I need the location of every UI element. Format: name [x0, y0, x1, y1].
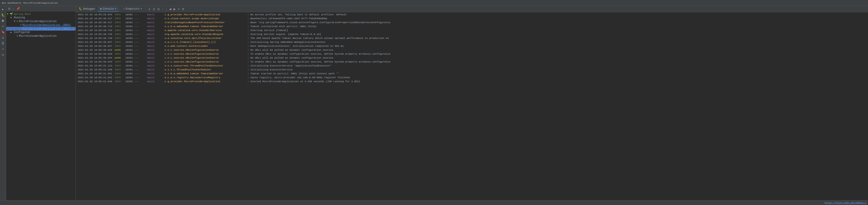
console-area: 🐛 Debugger ▶ Console ▾ | ⚡ Endpoints ▾ |… [76, 6, 868, 200]
log-line: 2021-01-29 16:05:30.417 INFO 18391 --- m… [76, 17, 868, 21]
log-msg: : BeanFactory id=83ae82f6-c86e-3367-b777… [247, 17, 327, 21]
settings2-button[interactable]: ⚙ [181, 7, 185, 11]
log-line: 2021-01-29 16:05:30.928 WARN 18391 --- m… [76, 48, 868, 52]
prev-button[interactable]: ◀ [168, 7, 172, 11]
log-level: INFO [115, 24, 124, 28]
wrap-button[interactable]: ≡ [177, 7, 180, 11]
log-logger: o.s.s.c.ThreadPoolTaskScheduler [164, 68, 247, 72]
tree-port9003[interactable]: ⚙ MicroProviderApplication :9003/ [6, 23, 75, 27]
log-line: 2021-01-29 16:05:31.113 INFO 18391 --- m… [76, 64, 868, 68]
log-msg: : Starting service [Tomcat] [247, 28, 288, 32]
log-thread: main] [147, 60, 164, 64]
log-pid: 18391 --- [125, 64, 147, 68]
log-msg: : Root WebApplicationContext: initializa… [247, 44, 344, 48]
log-msg: : No URLs will be polled as dynamic conf… [247, 48, 335, 52]
next-button[interactable]: ▶ [173, 7, 176, 11]
log-timestamp: 2021-01-29 16:05:30.734 [78, 28, 115, 32]
status-link[interactable]: https://blog.csdn.net/m0qqs_1 [825, 202, 866, 204]
log-timestamp: 2021-01-29 16:05:31.551 [78, 72, 115, 76]
tree-microconsumer-label: MicroConsumerApplication [19, 34, 57, 37]
tree-arrow: ▼ [7, 13, 9, 15]
log-thread: main] [147, 68, 164, 72]
log-line: 2021-01-29 16:05:30.740 INFO 18391 --- m… [76, 36, 868, 40]
tree-running-arrow: ▼ [10, 17, 13, 19]
log-level: INFO [115, 44, 124, 48]
log-level: INFO [115, 60, 124, 64]
log-logger: o.s.b.w.embedded.tomcat.TomcatWebServer [164, 72, 247, 76]
log-msg: : Started MicroProviderApplication in 3.… [247, 80, 360, 83]
clear-button[interactable]: ⊘ [152, 7, 156, 11]
log-msg: : No active profile set, falling back to… [247, 13, 347, 17]
tab-console[interactable]: ▶ Console ▾ [98, 6, 119, 12]
log-msg: : Initializing Spring embedded WebApplic… [247, 40, 326, 44]
microprovider-icon: ⚙ [17, 20, 18, 23]
log-pid: 18391 --- [125, 40, 147, 44]
log-level: INFO [115, 17, 124, 21]
services-icon[interactable]: ≡ [1, 24, 5, 29]
log-level: INFO [115, 64, 124, 68]
sort-button[interactable]: ↕ [12, 7, 15, 10]
log-line: 2021-01-29 16:05:30.713 INFO 18391 --- m… [76, 24, 868, 28]
log-area[interactable]: 2021-01-29 16:05:29.844 INFO 18391 --- m… [76, 12, 868, 200]
log-line: 2021-01-29 16:05:30.847 INFO 18391 --- m… [76, 44, 868, 48]
tab-endpoints[interactable]: ⚡ Endpoints ▾ [121, 6, 144, 12]
log-line: 2021-01-29 16:05:31.842 INFO 18391 --- m… [76, 76, 868, 80]
log-thread: main] [147, 28, 164, 32]
log-level: WARN [115, 48, 124, 52]
log-timestamp: 2021-01-29 16:05:31.846 [78, 80, 115, 83]
log-msg: : Starting Servlet engine: [Apache Tomca… [247, 32, 321, 36]
log-logger: c.g.provider.MicroProviderApplication [164, 80, 247, 83]
tree-9001-label[interactable]: MicroProviderApplication :9001/ ✏ [23, 27, 74, 30]
filter-log-button[interactable]: ⊟ [157, 7, 160, 11]
log-logger: c.n.c.sources.URLConfigurationSource [164, 48, 247, 52]
log-level: INFO [115, 32, 124, 36]
run-icon[interactable]: ▶ [1, 7, 5, 12]
tree-springboot-label: Spring Boot [14, 13, 31, 16]
bookmark-icon[interactable]: 🔖 [1, 30, 5, 34]
log-timestamp: 2021-01-29 16:05:31.842 [78, 76, 115, 80]
database-icon[interactable]: 🗄 [1, 41, 5, 46]
log-level: INFO [115, 80, 124, 83]
log-timestamp: 2021-01-29 16:05:29.844 [78, 13, 115, 17]
log-msg: : Initializing ExecutorService [247, 68, 292, 72]
pin-button[interactable]: 📌 [16, 7, 21, 10]
tab-debugger[interactable]: 🐛 Debugger [77, 6, 98, 12]
log-level: INFO [115, 13, 124, 17]
tree-microconsumer[interactable]: ⚙ MicroConsumerApplication [6, 34, 75, 38]
log-pid: 18391 --- [125, 72, 147, 76]
stop-icon[interactable]: ⏹ [1, 18, 5, 23]
log-logger: o.s.web.context.ContextLoader [164, 44, 247, 48]
filter-button[interactable]: ⊟ [7, 7, 11, 10]
log-thread: main] [147, 40, 164, 44]
tree-9003-label[interactable]: MicroProviderApplication :9003/ [23, 24, 71, 27]
log-logger: o.s.cloud.context.scope.GenericScope [164, 17, 247, 21]
debug-icon[interactable]: 🐛 [1, 13, 5, 18]
log-level: INFO [115, 68, 124, 72]
log-msg: : To enable URLs as dynamic configuratio… [247, 52, 391, 56]
log-logger: org.apache.catalina.core.StandardEngine [164, 32, 247, 36]
top-bar: Run Dashboard: MicroProviderApplication [0, 0, 868, 6]
log-timestamp: 2021-01-29 16:05:30.740 [78, 36, 115, 40]
tree-running[interactable]: ▼ Running [6, 16, 75, 20]
tree-springboot[interactable]: ▼ 🌱 Spring Boot [6, 12, 75, 16]
settings-icon[interactable]: ⚙ [1, 52, 5, 57]
log-msg: : The APR based Apache Tomcat Native lib… [247, 36, 389, 40]
log-pid: 18391 --- [125, 21, 147, 24]
icon-rail: ▶ 🐛 ⏹ ≡ 🔖 ⚙ 🗄 ⌨ ⚙ [0, 6, 6, 200]
terminal-icon[interactable]: ⌨ [1, 47, 5, 52]
debugger-icon: 🐛 [79, 7, 82, 10]
log-logger: o.s.b.w.embedded.tomcat.TomcatWebServer [164, 24, 247, 28]
log-line: 2021-01-29 16:05:29.844 INFO 18391 --- m… [76, 13, 868, 17]
tree-microprovider[interactable]: ▼ ⚙ MicroProviderApplication [6, 20, 75, 23]
scroll-up-button[interactable]: ↑ [161, 7, 164, 11]
scroll-lock-button[interactable]: ⇕ [148, 7, 151, 11]
tree-configured[interactable]: ▶ Configured [6, 31, 75, 34]
log-pid: 18391 --- [125, 68, 147, 72]
tree-port9001[interactable]: ⚙ MicroProviderApplication :9001/ ✏ [6, 27, 75, 31]
scroll-down-button[interactable]: ↓ [165, 7, 168, 11]
log-thread: main] [147, 80, 164, 83]
log-logger: o.a.c.c.C.[Tomcat].[localhost].[/] [164, 40, 247, 44]
structure-icon[interactable]: ⚙ [1, 35, 5, 40]
log-logger: c.n.c.sources.URLConfigurationSource [164, 60, 247, 64]
log-logger: o.s.s.concurrent.ThreadPoolTaskExecutor [164, 64, 247, 68]
